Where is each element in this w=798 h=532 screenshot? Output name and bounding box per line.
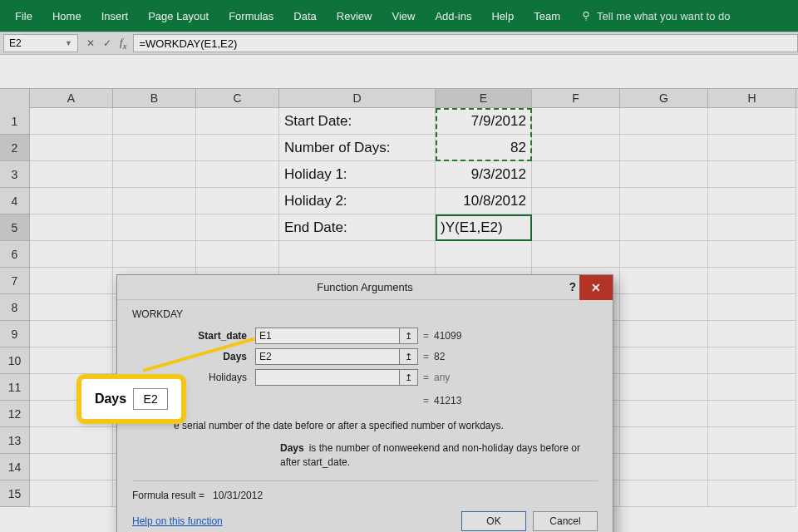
ribbon-tab[interactable]: Help: [491, 10, 514, 22]
row-header[interactable]: 11: [0, 374, 29, 401]
row-header[interactable]: 4: [0, 188, 29, 214]
help-on-function-link[interactable]: Help on this function: [132, 515, 223, 527]
range-picker-icon[interactable]: ↥: [400, 328, 418, 344]
ribbon-tab[interactable]: Team: [534, 10, 560, 22]
cell-C5[interactable]: [196, 214, 279, 241]
cell-A10[interactable]: [30, 347, 113, 374]
cell-G12[interactable]: [620, 401, 708, 427]
cell-C1[interactable]: [196, 108, 279, 135]
cell-G5[interactable]: [620, 214, 708, 241]
cell-G10[interactable]: [620, 347, 708, 374]
cell-B3[interactable]: [113, 161, 196, 188]
col-header[interactable]: B: [113, 89, 196, 107]
cell-G2[interactable]: [620, 135, 708, 161]
dropdown-icon[interactable]: ▼: [65, 39, 72, 47]
cell-G13[interactable]: [620, 427, 708, 454]
cell-H3[interactable]: [708, 161, 796, 188]
cancel-formula-icon[interactable]: ✕: [86, 37, 95, 49]
arg-input-holidays[interactable]: [255, 369, 400, 386]
arg-input-days[interactable]: E2: [255, 348, 400, 365]
cell-G7[interactable]: [620, 268, 708, 294]
cell-B5[interactable]: [113, 214, 196, 241]
cell-H15[interactable]: [708, 480, 796, 507]
cell-H10[interactable]: [708, 347, 796, 374]
ribbon-tab[interactable]: Insert: [101, 10, 129, 22]
range-picker-icon[interactable]: ↥: [400, 348, 418, 365]
cell-H8[interactable]: [708, 294, 796, 321]
row-header[interactable]: 15: [0, 480, 29, 507]
row-header[interactable]: 13: [0, 427, 29, 454]
row-header[interactable]: 12: [0, 401, 29, 427]
cell-F6[interactable]: [532, 241, 620, 268]
cell-B4[interactable]: [113, 188, 196, 214]
ribbon-tab[interactable]: Formulas: [229, 10, 273, 22]
ribbon-tab[interactable]: Data: [293, 10, 316, 22]
cell-A4[interactable]: [30, 188, 113, 214]
cell-D6[interactable]: [279, 241, 436, 268]
cell-A5[interactable]: [30, 214, 113, 241]
tell-me-search[interactable]: Tell me what you want to do: [580, 10, 730, 22]
row-header[interactable]: 5: [0, 214, 29, 241]
cell-G3[interactable]: [620, 161, 708, 188]
cell-C6[interactable]: [196, 241, 279, 268]
cell-H9[interactable]: [708, 321, 796, 347]
cell-G14[interactable]: [620, 454, 708, 480]
row-header[interactable]: 7: [0, 268, 29, 294]
cell-G4[interactable]: [620, 188, 708, 214]
cell-A12[interactable]: [30, 401, 113, 427]
cell-H2[interactable]: [708, 135, 796, 161]
cell-E6[interactable]: [436, 241, 532, 268]
cell-H12[interactable]: [708, 401, 796, 427]
col-header[interactable]: G: [620, 89, 708, 107]
cell-H4[interactable]: [708, 188, 796, 214]
cell-F2[interactable]: [532, 135, 620, 161]
cell-A8[interactable]: [30, 294, 113, 321]
row-header[interactable]: 3: [0, 161, 29, 188]
cell-B1[interactable]: [113, 108, 196, 135]
cell-A14[interactable]: [30, 454, 113, 480]
cell-C3[interactable]: [196, 161, 279, 188]
cell-H11[interactable]: [708, 374, 796, 401]
cell-H13[interactable]: [708, 427, 796, 454]
row-header[interactable]: 14: [0, 454, 29, 480]
cell-D2[interactable]: Number of Days:: [279, 135, 436, 161]
row-header[interactable]: 6: [0, 241, 29, 268]
select-all-corner[interactable]: [0, 89, 30, 109]
ribbon-tab[interactable]: Page Layout: [148, 10, 209, 22]
cell-F3[interactable]: [532, 161, 620, 188]
row-header[interactable]: 2: [0, 135, 29, 161]
col-header[interactable]: H: [708, 89, 796, 107]
cell-A11[interactable]: [30, 374, 113, 401]
fx-icon[interactable]: fx: [120, 36, 126, 51]
cell-D1[interactable]: Start Date:: [279, 108, 436, 135]
col-header[interactable]: C: [196, 89, 279, 107]
cell-B6[interactable]: [113, 241, 196, 268]
ok-button[interactable]: OK: [461, 511, 526, 531]
cell-G1[interactable]: [620, 108, 708, 135]
cell-H5[interactable]: [708, 214, 796, 241]
cell-D5[interactable]: End Date:: [279, 214, 436, 241]
cell-H1[interactable]: [708, 108, 796, 135]
row-header[interactable]: 8: [0, 294, 29, 321]
dialog-help-icon[interactable]: ?: [569, 280, 576, 293]
cell-C2[interactable]: [196, 135, 279, 161]
cell-A6[interactable]: [30, 241, 113, 268]
cell-F4[interactable]: [532, 188, 620, 214]
row-header[interactable]: 1: [0, 108, 29, 135]
formula-input[interactable]: =WORKDAY(E1,E2): [133, 34, 798, 52]
row-header[interactable]: 9: [0, 321, 29, 347]
cell-D4[interactable]: Holiday 2:: [279, 188, 436, 214]
range-picker-icon[interactable]: ↥: [400, 369, 418, 386]
ribbon-tab[interactable]: Add-ins: [435, 10, 471, 22]
col-header[interactable]: A: [30, 89, 113, 107]
row-header[interactable]: 10: [0, 347, 29, 374]
ribbon-tab[interactable]: Home: [52, 10, 81, 22]
cell-H7[interactable]: [708, 268, 796, 294]
dialog-close-button[interactable]: ✕: [579, 275, 613, 300]
ribbon-tab[interactable]: Review: [337, 10, 372, 22]
name-box[interactable]: E2 ▼: [3, 34, 78, 52]
cancel-button[interactable]: Cancel: [533, 511, 598, 531]
cell-B2[interactable]: [113, 135, 196, 161]
cell-A1[interactable]: [30, 108, 113, 135]
cell-A13[interactable]: [30, 427, 113, 454]
